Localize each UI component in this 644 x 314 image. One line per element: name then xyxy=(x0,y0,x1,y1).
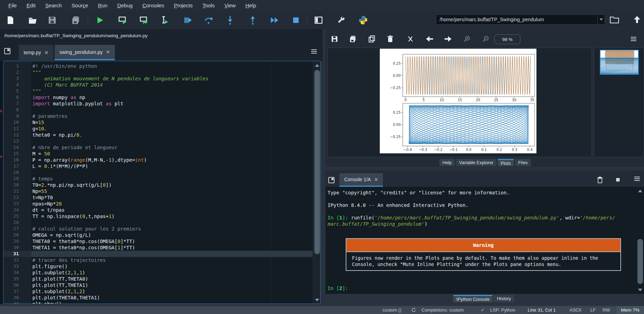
debug-file-button[interactable] xyxy=(183,15,193,25)
step-return-button[interactable] xyxy=(248,15,258,25)
svg-text:0.3: 0.3 xyxy=(512,148,517,152)
console-bottom-tab-history[interactable]: History xyxy=(494,295,514,302)
editor-tab-temp.py[interactable]: temp.py✕ xyxy=(19,45,53,60)
line-number: 16 xyxy=(3,157,31,163)
run-cell-button[interactable] xyxy=(118,15,127,25)
line-number: 2 xyxy=(3,69,31,75)
code-text: plt.figure() xyxy=(31,263,313,269)
plot-save-all-button[interactable] xyxy=(348,34,358,43)
menu-item-help[interactable]: Help xyxy=(241,2,261,8)
continue-button[interactable] xyxy=(270,15,280,25)
plot-save-button[interactable] xyxy=(330,34,339,43)
console-gap xyxy=(328,227,621,238)
editor-vertical-scrollbar[interactable] xyxy=(313,61,321,304)
code-text: M = 50 xyxy=(31,151,313,157)
console-bottom-tab-ipython-console[interactable]: IPython Console xyxy=(453,295,493,302)
console-output[interactable]: Type "copyright", "credits" or "license"… xyxy=(325,187,644,294)
console-line: IPython 8.4.0 -- An enhanced Interactive… xyxy=(328,202,621,208)
run-selection-button[interactable] xyxy=(159,15,169,25)
editor-tab-swing_pendulum.py[interactable]: swing_pendulum.py✕ xyxy=(55,45,115,60)
close-icon[interactable]: ✕ xyxy=(45,50,48,55)
run-cell-advance-button[interactable] xyxy=(139,15,149,25)
step-over-button[interactable] xyxy=(204,15,214,25)
svg-text:0.00: 0.00 xyxy=(393,123,401,127)
plot-zoom-in-button[interactable] xyxy=(462,34,471,43)
browse-directory-button[interactable] xyxy=(610,15,619,24)
python-logo-icon[interactable] xyxy=(358,15,368,25)
plot-previous-button[interactable] xyxy=(425,34,434,43)
plot-copy-button[interactable] xyxy=(367,34,376,43)
code-editor[interactable]: 1#! /usr/bin/env python2"""3 animation m… xyxy=(3,61,321,304)
console-line: In [1]: runfile('/home/pers/marc.buffat/… xyxy=(328,215,621,221)
pane-tab-plots[interactable]: Plots xyxy=(498,159,514,166)
console-interrupt-button[interactable] xyxy=(613,175,622,184)
menu-item-consoles[interactable]: Consoles xyxy=(138,2,169,8)
scrollbar-down-arrow[interactable] xyxy=(638,289,642,291)
new-file-button[interactable] xyxy=(6,15,15,25)
code-line-12: 12theta0 = np.pi/8. xyxy=(3,132,313,138)
console-remove-button[interactable] xyxy=(595,175,604,184)
close-icon[interactable]: ✕ xyxy=(106,49,110,55)
scrollbar-up-arrow[interactable] xyxy=(638,190,642,192)
scrollbar-thumb[interactable] xyxy=(314,70,320,254)
preferences-wrench-button[interactable] xyxy=(336,15,346,25)
menu-item-debug[interactable]: Debug xyxy=(112,2,138,8)
menu-item-view[interactable]: View xyxy=(220,2,241,8)
code-line-36: 36plt.plot(TT,THETA1) xyxy=(3,282,313,288)
plot-remove-button[interactable] xyxy=(386,34,395,43)
code-text: # nbre de periode et longueur xyxy=(31,144,313,151)
code-line-16: 16P = np.array(range(M,M-N,-1),dtype=int… xyxy=(3,157,313,163)
maximize-pane-button[interactable] xyxy=(314,15,323,25)
save-all-button[interactable] xyxy=(71,15,81,25)
line-number: 4 xyxy=(3,82,31,88)
scrollbar-down-arrow[interactable] xyxy=(315,299,319,301)
working-directory-combobox[interactable]: /home/pers/marc.buffat/TP_Swinging_pendu… xyxy=(436,14,605,25)
close-icon[interactable]: ✕ xyxy=(374,177,378,182)
pane-tab-help[interactable]: Help xyxy=(439,159,455,166)
code-text: THETA1 = theta0*np.cos(OMEGA[1]*TT) xyxy=(31,244,313,251)
step-into-button[interactable] xyxy=(225,15,235,25)
save-button[interactable] xyxy=(47,15,57,25)
plot-next-button[interactable] xyxy=(443,34,453,43)
menu-item-tools[interactable]: Tools xyxy=(198,2,220,8)
code-text: theta0 = np.pi/8. xyxy=(31,132,313,138)
scrollbar-up-arrow[interactable] xyxy=(315,64,319,67)
chevron-down-icon xyxy=(599,18,603,21)
editor-options-menu-button[interactable] xyxy=(311,49,317,54)
console-vertical-scrollbar[interactable] xyxy=(636,187,644,294)
run-file-button[interactable] xyxy=(95,15,105,25)
warning-box-text: Figures now render in the Plots pane by … xyxy=(346,251,620,270)
parent-directory-button[interactable] xyxy=(632,15,642,24)
combobox-dropdown-button[interactable] xyxy=(597,15,605,24)
line-number: 6 xyxy=(3,94,31,100)
code-line-5: 5""" xyxy=(3,88,313,94)
status-cursor-position: Line 31, Col 1 xyxy=(528,306,556,314)
code-line-39: 39plt.show() xyxy=(3,301,313,304)
console-options-menu-button[interactable] xyxy=(634,177,640,181)
code-line-6: 6import numpy as np xyxy=(3,94,313,100)
console-tab[interactable]: Console 1/A ✕ xyxy=(339,173,383,187)
menu-item-search[interactable]: Search xyxy=(40,2,67,8)
menu-item-file[interactable]: File xyxy=(3,2,22,8)
file-path-breadcrumb[interactable]: /home/pers/marc.buffat/TP_Swinging_pendu… xyxy=(0,33,148,38)
menu-item-run[interactable]: Run xyxy=(93,2,112,8)
menu-item-projects[interactable]: Projects xyxy=(169,2,197,8)
scrollbar-thumb[interactable] xyxy=(637,239,643,284)
console-browse-tabs-button[interactable] xyxy=(328,177,335,183)
plot-close-all-button[interactable] xyxy=(406,34,415,43)
browse-tabs-button[interactable] xyxy=(4,48,10,54)
pane-tab-files[interactable]: Files xyxy=(515,159,531,166)
plot-zoom-out-button[interactable] xyxy=(481,34,490,43)
line-number: 18 xyxy=(3,169,31,176)
stop-button[interactable] xyxy=(291,15,301,25)
status-permissions: RW xyxy=(603,306,610,314)
pane-tab-variable-explorer[interactable]: Variable Explorer xyxy=(456,159,497,166)
open-file-button[interactable] xyxy=(28,15,38,25)
menu-item-source[interactable]: Source xyxy=(67,2,93,8)
code-line-38: 38plt.plot(THETA0,THETA1) xyxy=(3,295,313,301)
code-text: t=Np*T0 xyxy=(31,194,313,201)
code-text: (C) Marc BUFFAT 2014 xyxy=(31,82,313,88)
plots-options-menu-button[interactable] xyxy=(631,37,636,41)
menu-item-edit[interactable]: Edit xyxy=(22,2,40,8)
plot-thumbnail-selected[interactable] xyxy=(600,50,639,75)
